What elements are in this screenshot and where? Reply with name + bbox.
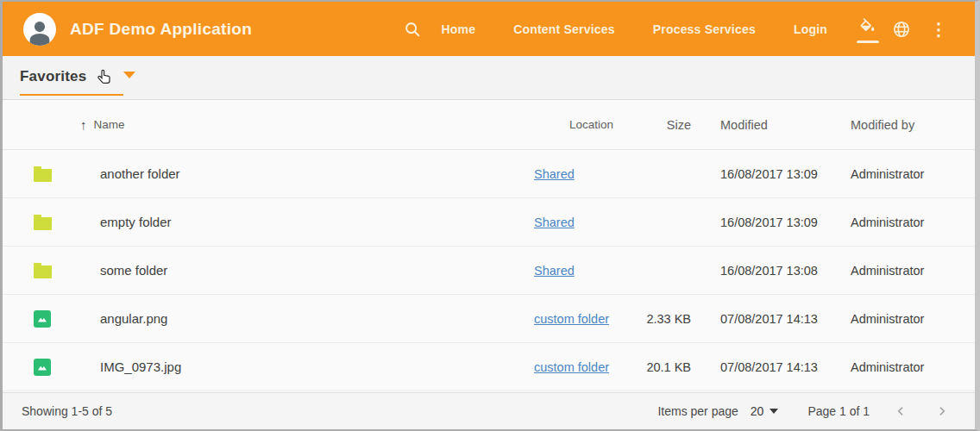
nav-item-process-services[interactable]: Process Services	[638, 14, 771, 45]
page-info-label: Page 1 of 1	[807, 404, 870, 418]
table-row[interactable]: another folder Shared 16/08/2017 13:09 A…	[3, 150, 975, 198]
dropdown-caret-icon[interactable]	[123, 72, 135, 78]
column-header-modified[interactable]: Modified	[720, 118, 851, 132]
column-header-name[interactable]: ↑ Name	[80, 117, 534, 132]
location-link[interactable]: Shared	[534, 216, 575, 229]
folder-icon	[34, 169, 52, 182]
nav-item-content-services[interactable]: Content Services	[498, 14, 631, 45]
select-caret-icon	[770, 409, 778, 414]
person-icon	[25, 16, 54, 46]
previous-page-icon[interactable]	[890, 401, 911, 422]
file-name: IMG_0973.jpg	[100, 359, 181, 374]
modified-by: Administrator	[851, 167, 954, 181]
next-page-icon[interactable]	[932, 401, 952, 422]
image-file-icon	[34, 359, 51, 376]
table-body: another folder Shared 16/08/2017 13:09 A…	[3, 150, 975, 391]
sort-ascending-icon: ↑	[80, 117, 87, 132]
tab-favorites-label: Favorites	[20, 68, 86, 84]
nav-item-login[interactable]: Login	[778, 14, 843, 45]
modified-date: 16/08/2017 13:08	[720, 264, 851, 278]
file-name: angular.png	[100, 311, 167, 326]
paginator: Showing 1-5 of 5 Items per page 20 Page …	[3, 392, 975, 429]
file-name: empty folder	[100, 215, 172, 229]
main-nav: Home Content Services Process Services L…	[425, 14, 843, 45]
tab-favorites[interactable]: Favorites	[20, 61, 123, 96]
column-header-modified-by[interactable]: Modified by	[851, 118, 954, 132]
location-link[interactable]: Shared	[534, 264, 575, 278]
file-name: another folder	[100, 166, 180, 181]
app-title: ADF Demo Application	[70, 20, 252, 39]
theme-active-underline	[857, 41, 879, 43]
table-header-row: ↑ Name Location Size Modified Modified b…	[3, 100, 975, 150]
file-size: 20.1 KB	[620, 360, 696, 374]
mouse-cursor-icon	[96, 68, 114, 91]
image-file-icon	[34, 310, 51, 328]
items-per-page-value: 20	[751, 404, 764, 418]
location-link[interactable]: custom folder	[534, 312, 609, 326]
folder-icon	[34, 217, 52, 230]
modified-by: Administrator	[851, 264, 954, 278]
table-row[interactable]: some folder Shared 16/08/2017 13:08 Admi…	[3, 247, 975, 295]
items-per-page-select[interactable]: 20	[751, 404, 779, 418]
file-size: 2.33 KB	[620, 312, 696, 326]
app-window: ADF Demo Application Home Content Servic…	[0, 0, 980, 431]
modified-date: 16/08/2017 13:09	[720, 167, 851, 181]
modified-by: Administrator	[851, 360, 954, 374]
kebab-menu-icon[interactable]: ⋮	[921, 17, 956, 41]
nav-item-home[interactable]: Home	[425, 14, 491, 45]
theme-color-fill-icon[interactable]	[855, 15, 880, 40]
modified-date: 07/08/2017 14:13	[720, 312, 851, 326]
column-header-size[interactable]: Size	[620, 118, 696, 132]
modified-date: 16/08/2017 13:09	[720, 216, 851, 229]
app-toolbar: ADF Demo Application Home Content Servic…	[3, 2, 975, 56]
location-link[interactable]: custom folder	[534, 360, 609, 374]
location-link[interactable]: Shared	[534, 167, 575, 181]
search-icon[interactable]	[399, 16, 425, 42]
modified-by: Administrator	[851, 312, 954, 326]
tab-bar: Favorites	[3, 56, 975, 99]
column-header-location[interactable]: Location	[534, 118, 620, 131]
folder-icon	[34, 265, 52, 278]
file-name: some folder	[100, 263, 167, 278]
language-globe-icon[interactable]	[889, 16, 914, 42]
modified-by: Administrator	[851, 216, 954, 229]
showing-range-label: Showing 1-5 of 5	[22, 404, 112, 418]
table-row[interactable]: IMG_0973.jpg custom folder 20.1 KB 07/08…	[3, 343, 975, 391]
avatar	[23, 13, 56, 46]
table-row[interactable]: angular.png custom folder 2.33 KB 07/08/…	[3, 295, 975, 343]
modified-date: 07/08/2017 14:13	[720, 360, 851, 374]
favorites-table: ↑ Name Location Size Modified Modified b…	[3, 99, 975, 392]
table-row[interactable]: empty folder Shared 16/08/2017 13:09 Adm…	[3, 198, 975, 247]
items-per-page-label: Items per page	[657, 404, 738, 418]
